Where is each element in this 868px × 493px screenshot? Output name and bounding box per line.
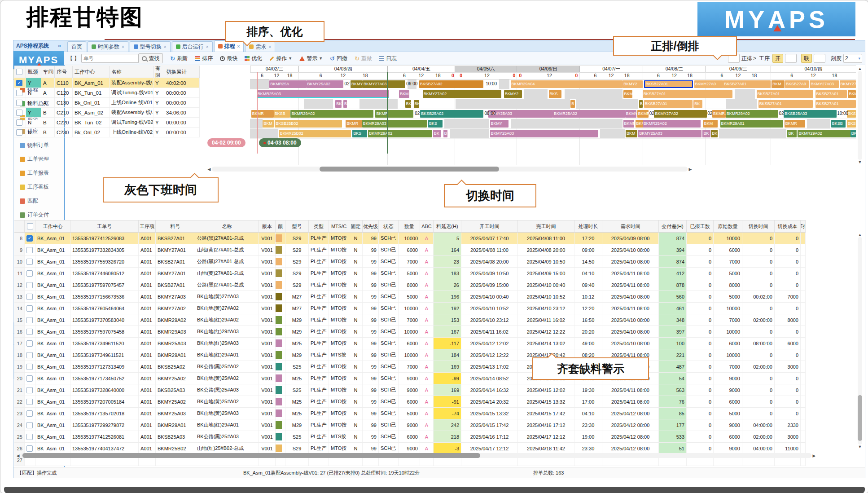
row-checkbox[interactable] (26, 422, 33, 428)
gantt-task-bar[interactable]: BKMY27A02 (654, 110, 706, 118)
sidebar-item-5[interactable]: 物料订单 (20, 138, 64, 152)
gantt-task-bar[interactable]: BKMR25A03 (257, 90, 390, 98)
resource-row-C220[interactable]: NBC220BK_Tun_02调试Tuning-线V02Y00:00:00 (14, 118, 200, 128)
order-row-13[interactable]: 13BK_Asm_011355351977156673536A001BKMY27… (14, 291, 806, 303)
row-checkbox[interactable] (16, 129, 22, 136)
gantt-task-bar[interactable]: BKMR (346, 120, 362, 128)
排序-button[interactable]: 排序 (195, 55, 213, 62)
gantt-task-bar[interactable]: BKMR29A02 (726, 110, 778, 118)
回撤-button[interactable]: ↺回撤 (330, 55, 347, 62)
row-checkbox[interactable] (26, 317, 33, 323)
gantt-task-bar[interactable]: BKS (352, 130, 367, 137)
gantt-task-bar[interactable]: BKM (848, 90, 856, 98)
gantt-task-bar[interactable]: B (570, 100, 574, 108)
find-button[interactable]: 查找 (139, 53, 163, 63)
scroll-up-icon[interactable]: ▲ (857, 66, 863, 71)
gantt-task-bar[interactable]: BKS (428, 120, 443, 128)
order-row-14[interactable]: 14BK_Asm_011355351977605464064A001BKMY27… (14, 303, 806, 314)
gantt-task-bar[interactable]: BKSB (831, 120, 846, 128)
gantt-task-bar[interactable]: BKSB27A01 (643, 90, 732, 98)
gantt-task-bar[interactable]: BKSB27A01 (815, 100, 856, 108)
order-row-9[interactable]: 9BK_Asm_011355351977332834305A001BKMY27A… (14, 244, 806, 256)
order-row-19[interactable]: 19BK_Asm_011355351977127313409A001BKSB25… (14, 361, 806, 373)
tab-后台运行[interactable]: 后台运行× (172, 41, 213, 52)
time-marker-pill-green[interactable]: 04-03 08:00 (259, 138, 301, 147)
gantt-task-bar[interactable]: BK (335, 100, 342, 108)
gantt-task-bar[interactable]: BKM (263, 120, 273, 128)
row-checkbox[interactable] (26, 434, 33, 440)
gantt-task-bar[interactable]: BK (414, 100, 419, 108)
gantt-task-bar[interactable]: BKSB27A01 (757, 90, 814, 98)
row-checkbox[interactable] (16, 90, 22, 96)
row-checkbox[interactable] (26, 340, 33, 347)
操作-button[interactable]: 操作▼ (269, 55, 292, 62)
order-row-12[interactable]: 12BK_Asm_011355351977597075457A001BKSB27… (14, 279, 806, 291)
row-checkbox[interactable] (26, 375, 33, 382)
row-checkbox[interactable] (16, 100, 22, 106)
sidebar-item-7[interactable]: 工单报表 (20, 166, 64, 180)
gantt-task-bar[interactable]: BKS (549, 90, 561, 98)
gantt-task-bar[interactable]: BKSB27A0 (785, 80, 809, 88)
gantt-task-bar[interactable]: BKMY2 (504, 90, 522, 98)
gantt-task-bar[interactable]: BK (787, 130, 796, 137)
order-row-25[interactable]: 25BK_Asm_011355351977412526081A001BKSB25… (14, 431, 806, 443)
scroll-left-icon[interactable]: ◀ (206, 167, 212, 172)
gantt-task-bar[interactable]: BKMR25A02 (643, 120, 701, 128)
gantt-task-bar[interactable]: BKSB25A03 (784, 110, 836, 118)
row-checkbox[interactable] (16, 110, 22, 116)
scroll-right-icon[interactable]: ▶ (811, 453, 817, 458)
gantt-task-bar[interactable]: BKMY27A02 (840, 80, 856, 88)
row-checkbox[interactable] (26, 364, 33, 370)
select-all-checkbox[interactable] (16, 69, 22, 75)
gantt-task-bar[interactable]: BKMR25A02 (553, 110, 625, 118)
sidebar-item-6[interactable]: 工单管理 (20, 152, 64, 166)
row-checkbox[interactable]: ✓ (26, 235, 33, 242)
link-box[interactable] (814, 54, 825, 63)
table-vertical-scrollbar[interactable]: ▲ ▼ (857, 233, 863, 449)
gantt-task-bar[interactable]: BKM (772, 80, 784, 88)
order-row-15[interactable]: 15BK_Asm_011355351977370583040A001BKMR29… (14, 314, 806, 326)
gantt-task-bar[interactable]: BKMY (625, 110, 637, 118)
scroll-right-icon[interactable]: ▶ (688, 167, 693, 172)
优化-button[interactable]: 优化 (245, 55, 262, 62)
row-checkbox[interactable] (26, 305, 33, 312)
link-toggle[interactable]: 联 (801, 54, 812, 63)
gantt-task-bar[interactable]: BKSB27A01 (815, 90, 847, 98)
gantt-task-bar[interactable]: BKMR25A (269, 80, 306, 88)
gantt-task-bar[interactable]: BK (693, 100, 702, 108)
sidebar-item-9[interactable]: 匹配 (20, 194, 64, 208)
gantt-task-bar[interactable]: BKMR (375, 110, 413, 118)
row-checkbox[interactable] (16, 119, 22, 126)
gantt-task-bar[interactable]: BKM (399, 90, 409, 98)
row-checkbox[interactable] (26, 410, 33, 417)
gantt-task-bar[interactable]: BKMR29A03 (362, 120, 427, 128)
row-checkbox[interactable] (26, 329, 33, 335)
scroll-up-icon[interactable]: ▲ (857, 233, 863, 237)
gantt-task-bar[interactable]: BK (405, 100, 412, 108)
row-checkbox[interactable]: ✓ (16, 80, 22, 86)
resource-row-C110[interactable]: ✓YAC110BK_Asm_01装配Assembly-线\Y40:02:00 (14, 78, 200, 88)
gantt-task-bar[interactable]: BKSB (847, 120, 856, 128)
tab-型号切换[interactable]: 型号切换× (130, 41, 171, 52)
order-row-23[interactable]: 23BK_Asm_011355351977135702018A001BKMY25… (14, 408, 806, 419)
tab-close-icon[interactable]: × (237, 44, 240, 49)
scroll-left-icon[interactable]: ◀ (15, 453, 21, 458)
tab-首页[interactable]: 首页 (67, 41, 86, 52)
row-checkbox[interactable] (26, 399, 33, 405)
table-horizontal-scrollbar[interactable]: ◀ ▶ (15, 453, 817, 458)
order-row-10[interactable]: 10BK_Asm_011355351977559326720A001BKSB27… (14, 256, 806, 268)
resource-row-C130[interactable]: NAC130Bk_Onl_01上线Online-线V01Y00:00:00 (14, 98, 200, 108)
row-checkbox[interactable] (26, 387, 33, 393)
gantt-task-bar[interactable]: BKMY (490, 120, 509, 128)
order-row-22[interactable]: 22BK_Asm_011355351977207005184A001BKMY25… (14, 396, 806, 408)
row-checkbox[interactable] (26, 282, 33, 288)
gantt-task-bar[interactable]: BKSB27A02 (419, 80, 483, 88)
scale-select[interactable]: 2▾ (843, 54, 862, 63)
gantt-task-bar[interactable]: BKM (623, 90, 632, 98)
tab-close-icon[interactable]: × (268, 44, 271, 49)
gantt-task-bar[interactable]: BKMR (623, 120, 634, 128)
gantt-task-bar[interactable]: BKMY27A02 (423, 90, 502, 98)
resource-row-C210[interactable]: YBC210BK_Asm_02装配Assembly-线\Y34:06:00 (14, 108, 200, 118)
resource-row-C230[interactable]: NBC230Bk_Onl_02上线Online-线V02Y00:00:00 (14, 128, 200, 137)
order-row-17[interactable]: 17BK_Asm_011355351977349611520A001BKMR25… (14, 338, 806, 349)
